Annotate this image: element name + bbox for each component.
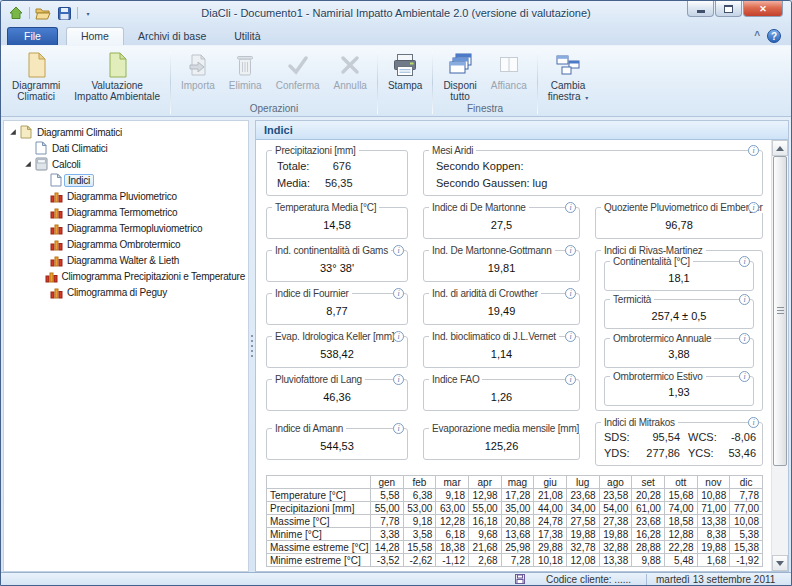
table-cell[interactable]: 20,88 (501, 515, 534, 528)
column-header-month[interactable]: apr (468, 476, 501, 489)
cambia-finestra-button[interactable]: Cambia finestra ▾ (541, 48, 596, 104)
column-header-month[interactable]: gen (371, 476, 404, 489)
scrollbar-track[interactable] (772, 466, 788, 555)
table-cell[interactable]: 15,68 (664, 489, 697, 502)
column-header-month[interactable]: giu (534, 476, 567, 489)
table-cell[interactable]: 6,38 (403, 489, 436, 502)
expand-triangle-icon[interactable] (7, 128, 18, 136)
table-cell[interactable]: 19,88 (697, 541, 730, 554)
table-cell[interactable]: 7,78 (371, 515, 404, 528)
table-cell[interactable]: 12,98 (468, 489, 501, 502)
tree-item-calcoli[interactable]: Calcoli (4, 156, 248, 172)
table-cell[interactable]: 8,38 (697, 528, 730, 541)
row-header[interactable]: Temperature [°C] (267, 489, 371, 502)
table-cell[interactable]: 23,68 (566, 489, 599, 502)
table-cell[interactable]: 19,88 (599, 528, 632, 541)
table-cell[interactable]: 55,00 (468, 502, 501, 515)
info-icon[interactable]: i (393, 288, 404, 299)
column-header-month[interactable]: nov (697, 476, 730, 489)
table-cell[interactable]: 20,28 (632, 489, 665, 502)
table-cell[interactable]: 27,58 (566, 515, 599, 528)
table-cell[interactable]: 5,48 (664, 554, 697, 567)
column-header-month[interactable]: feb (403, 476, 436, 489)
table-cell[interactable]: 18,38 (436, 541, 469, 554)
vertical-scrollbar[interactable] (771, 140, 788, 571)
table-cell[interactable]: 9,18 (403, 515, 436, 528)
table-cell[interactable]: 35,00 (501, 502, 534, 515)
table-cell[interactable]: 19,88 (566, 528, 599, 541)
tab-file[interactable]: File (7, 27, 58, 45)
table-cell[interactable]: 17,38 (534, 528, 567, 541)
table-cell[interactable]: -3,52 (371, 554, 404, 567)
tab-archivi-di-base[interactable]: Archivi di base (124, 28, 220, 45)
home-icon[interactable] (7, 5, 25, 22)
table-cell[interactable]: 9,88 (632, 554, 665, 567)
table-cell[interactable]: 17,28 (501, 489, 534, 502)
table-cell[interactable]: 15,58 (403, 541, 436, 554)
diagrammi-climatici-button[interactable]: Diagrammi Climatici (5, 48, 67, 103)
info-icon[interactable]: i (739, 256, 750, 267)
close-button[interactable]: ✕ (743, 1, 783, 17)
help-icon[interactable]: ? (767, 29, 781, 43)
tree-item-climogramma-di-peguy[interactable]: Climogramma di Peguy (4, 284, 248, 300)
table-cell[interactable]: 28,88 (632, 541, 665, 554)
table-cell[interactable]: 9,68 (468, 528, 501, 541)
row-header[interactable]: Massime estreme [°C] (267, 541, 371, 554)
table-cell[interactable]: 3,38 (371, 528, 404, 541)
table-cell[interactable]: 1,68 (697, 554, 730, 567)
table-cell[interactable]: 55,00 (371, 502, 404, 515)
info-icon[interactable]: i (565, 288, 576, 299)
info-icon[interactable]: i (565, 245, 576, 256)
save-icon[interactable] (55, 5, 73, 22)
column-header-month[interactable]: ago (599, 476, 632, 489)
open-file-icon[interactable] (34, 5, 52, 22)
column-header-month[interactable]: lug (566, 476, 599, 489)
table-cell[interactable]: 12,88 (664, 528, 697, 541)
column-header-month[interactable]: dic (730, 476, 763, 489)
table-cell[interactable]: 54,00 (599, 502, 632, 515)
collapse-ribbon-icon[interactable]: ^ (754, 32, 760, 40)
valutazione-impatto-ambientale-button[interactable]: Valutazione Impatto Ambientale (67, 48, 167, 103)
info-icon[interactable]: i (739, 294, 750, 305)
table-cell[interactable]: 14,28 (371, 541, 404, 554)
info-icon[interactable]: i (565, 202, 576, 213)
table-cell[interactable]: 63,00 (436, 502, 469, 515)
table-cell[interactable]: 27,38 (599, 515, 632, 528)
table-cell[interactable]: 13,68 (501, 528, 534, 541)
maximize-button[interactable] (715, 1, 742, 17)
qat-dropdown-icon[interactable]: ▾ (82, 5, 94, 22)
table-cell[interactable]: 3,58 (403, 528, 436, 541)
table-cell[interactable]: 34,00 (566, 502, 599, 515)
column-header-month[interactable]: ott (664, 476, 697, 489)
table-cell[interactable]: 24,78 (534, 515, 567, 528)
info-icon[interactable]: i (739, 371, 750, 382)
table-cell[interactable]: 10,18 (534, 554, 567, 567)
expand-triangle-icon[interactable] (22, 160, 33, 168)
tree-item-diagramma-termometrico[interactable]: Diagramma Termometrico (4, 204, 248, 220)
table-cell[interactable]: 9,18 (436, 489, 469, 502)
info-icon[interactable]: i (393, 245, 404, 256)
table-cell[interactable]: -1,12 (436, 554, 469, 567)
scrollbar-thumb[interactable] (773, 156, 787, 466)
table-cell[interactable]: 74,00 (664, 502, 697, 515)
info-icon[interactable]: i (748, 417, 759, 428)
table-cell[interactable]: 44,00 (534, 502, 567, 515)
row-header[interactable]: Minime estreme [°C] (267, 554, 371, 567)
tree-item-dati-climatici[interactable]: Dati Climatici (4, 140, 248, 156)
table-cell[interactable]: 32,88 (599, 541, 632, 554)
table-cell[interactable]: 77,00 (730, 502, 763, 515)
table-cell[interactable]: 21,08 (534, 489, 567, 502)
info-icon[interactable]: i (748, 202, 759, 213)
table-cell[interactable]: 23,58 (599, 489, 632, 502)
table-cell[interactable]: 29,88 (534, 541, 567, 554)
table-cell[interactable]: 22,28 (664, 541, 697, 554)
table-cell[interactable]: 13,38 (599, 554, 632, 567)
tree-item-diagramma-pluviometrico[interactable]: Diagramma Pluviometrico (4, 188, 248, 204)
row-header[interactable]: Massime [°C] (267, 515, 371, 528)
table-cell[interactable]: 6,18 (436, 528, 469, 541)
table-cell[interactable]: 13,38 (697, 515, 730, 528)
scroll-up-button[interactable] (772, 140, 788, 156)
info-icon[interactable]: i (739, 333, 750, 344)
table-cell[interactable]: 7,28 (501, 554, 534, 567)
row-header[interactable]: Precipitazioni [mm] (267, 502, 371, 515)
